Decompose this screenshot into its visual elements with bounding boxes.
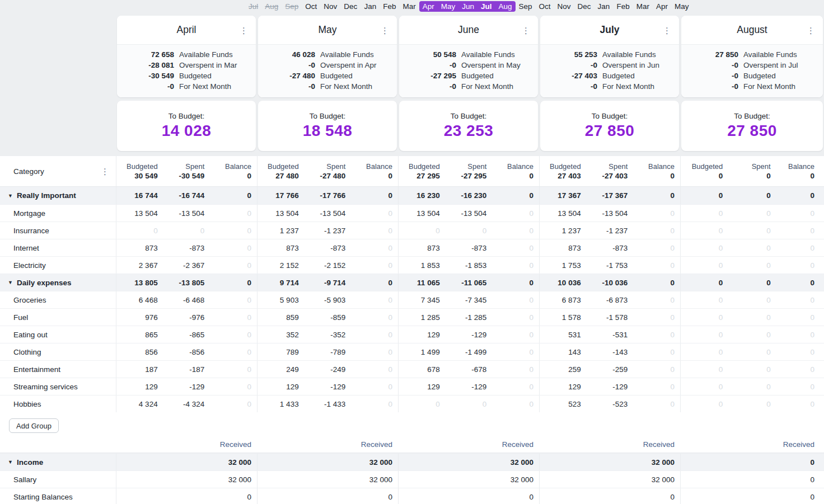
budgeted-cell[interactable]: 0 — [681, 209, 728, 218]
budgeted-cell[interactable]: 531 — [540, 331, 587, 339]
budgeted-cell[interactable]: 1 499 — [399, 348, 446, 356]
budgeted-cell[interactable]: 0 — [681, 227, 728, 235]
budgeted-cell[interactable]: 13 504 — [399, 209, 446, 218]
category-row-streaming-services[interactable]: Streaming services129-1290129-1290129-12… — [0, 378, 824, 395]
budgeted-cell[interactable]: 873 — [399, 244, 446, 252]
budgeted-cell[interactable]: 0 — [681, 383, 728, 391]
collapse-icon[interactable]: ▼ — [8, 459, 13, 465]
strip-month-may-22[interactable]: May — [671, 1, 692, 12]
category-row-eating-out[interactable]: Eating out865-8650352-3520129-1290531-53… — [0, 326, 824, 343]
kebab-menu-icon[interactable]: ⋮ — [522, 26, 530, 34]
budgeted-cell[interactable]: 2 367 — [116, 261, 163, 270]
add-group-button[interactable]: Add Group — [9, 418, 59, 433]
strip-month-dec-17[interactable]: Dec — [574, 1, 594, 12]
budgeted-cell[interactable]: 0 — [681, 296, 728, 304]
strip-month-apr-21[interactable]: Apr — [653, 1, 671, 12]
budgeted-cell[interactable]: 129 — [399, 331, 446, 339]
strip-month-jan-6[interactable]: Jan — [360, 1, 380, 12]
strip-month-jul-12[interactable]: Jul — [477, 1, 495, 12]
group-row-income[interactable]: ▼Income32 00032 00032 00032 0000 — [0, 453, 824, 470]
budgeted-cell[interactable]: 5 903 — [258, 296, 305, 304]
strip-month-jan-18[interactable]: Jan — [594, 1, 614, 12]
category-row-mortgage[interactable]: Mortgage13 504-13 504013 504-13 504013 5… — [0, 204, 824, 222]
budgeted-cell[interactable]: 859 — [258, 313, 305, 322]
group-row-really-important[interactable]: ▼Really Important16 744-16 744017 766-17… — [0, 187, 824, 204]
strip-month-jun-11[interactable]: Jun — [458, 1, 477, 12]
budgeted-cell[interactable]: 129 — [258, 383, 305, 391]
strip-month-feb-7[interactable]: Feb — [380, 1, 399, 12]
budgeted-cell[interactable]: 13 504 — [540, 209, 587, 218]
strip-month-nov-16[interactable]: Nov — [554, 1, 574, 12]
strip-month-apr-9[interactable]: Apr — [419, 1, 438, 12]
budgeted-cell[interactable]: 129 — [399, 383, 446, 391]
budgeted-cell[interactable]: 0 — [681, 244, 728, 252]
budgeted-cell[interactable]: 0 — [681, 348, 728, 356]
strip-month-mar-8[interactable]: Mar — [399, 1, 419, 12]
budgeted-cell[interactable]: 0 — [681, 400, 728, 408]
budgeted-cell[interactable]: 1 753 — [540, 261, 587, 270]
budgeted-cell[interactable]: 1 237 — [258, 227, 305, 235]
strip-month-nov-4[interactable]: Nov — [320, 1, 340, 12]
budgeted-cell[interactable]: 13 504 — [116, 209, 163, 218]
budgeted-cell[interactable]: 0 — [681, 331, 728, 339]
budgeted-cell[interactable]: 0 — [681, 191, 728, 200]
budgeted-cell[interactable]: 6 468 — [116, 296, 163, 304]
budgeted-cell[interactable]: 11 065 — [399, 279, 446, 287]
budgeted-cell[interactable]: 976 — [116, 313, 163, 322]
strip-month-sep-14[interactable]: Sep — [516, 1, 536, 12]
kebab-menu-icon[interactable]: ⋮ — [240, 26, 248, 34]
category-row-entertainment[interactable]: Entertainment187-1870249-2490678-6780259… — [0, 360, 824, 378]
strip-month-dec-5[interactable]: Dec — [340, 1, 360, 12]
budgeted-cell[interactable]: 523 — [540, 400, 587, 408]
budgeted-cell[interactable]: 0 — [116, 227, 163, 235]
category-row-fuel[interactable]: Fuel976-9760859-85901 285-1 28501 578-1 … — [0, 308, 824, 326]
budgeted-cell[interactable]: 0 — [681, 365, 728, 374]
strip-month-oct-15[interactable]: Oct — [536, 1, 554, 12]
kebab-menu-icon[interactable]: ⋮ — [663, 26, 671, 34]
collapse-icon[interactable]: ▼ — [8, 280, 13, 285]
budgeted-cell[interactable]: 9 714 — [258, 279, 305, 287]
budgeted-cell[interactable]: 873 — [540, 244, 587, 252]
budgeted-cell[interactable]: 1 285 — [399, 313, 446, 322]
budgeted-cell[interactable]: 0 — [399, 227, 446, 235]
budgeted-cell[interactable]: 259 — [540, 365, 587, 374]
category-row-electricity[interactable]: Electricity2 367-2 36702 152-2 15201 853… — [0, 256, 824, 274]
budgeted-cell[interactable]: 129 — [540, 383, 587, 391]
budgeted-cell[interactable]: 13 504 — [258, 209, 305, 218]
budgeted-cell[interactable]: 187 — [116, 365, 163, 374]
budgeted-cell[interactable]: 865 — [116, 331, 163, 339]
collapse-icon[interactable]: ▼ — [8, 193, 13, 199]
budgeted-cell[interactable]: 352 — [258, 331, 305, 339]
strip-month-sep-2[interactable]: Sep — [282, 1, 302, 12]
budgeted-cell[interactable]: 7 345 — [399, 296, 446, 304]
budgeted-cell[interactable]: 249 — [258, 365, 305, 374]
kebab-menu-icon[interactable]: ⋮ — [101, 167, 109, 176]
kebab-menu-icon[interactable]: ⋮ — [807, 26, 815, 34]
budgeted-cell[interactable]: 6 873 — [540, 296, 587, 304]
budgeted-cell[interactable]: 0 — [681, 279, 728, 287]
group-row-daily-expenses[interactable]: ▼Daily expenses13 805-13 80509 714-9 714… — [0, 274, 824, 291]
budgeted-cell[interactable]: 17 367 — [540, 191, 587, 200]
strip-month-mar-20[interactable]: Mar — [633, 1, 653, 12]
budgeted-cell[interactable]: 13 805 — [116, 279, 163, 287]
strip-month-aug-1[interactable]: Aug — [261, 1, 282, 12]
budgeted-cell[interactable]: 873 — [116, 244, 163, 252]
budgeted-cell[interactable]: 1 853 — [399, 261, 446, 270]
budgeted-cell[interactable]: 678 — [399, 365, 446, 374]
strip-month-feb-19[interactable]: Feb — [613, 1, 633, 12]
budgeted-cell[interactable]: 129 — [116, 383, 163, 391]
category-row-internet[interactable]: Internet873-8730873-8730873-8730873-8730… — [0, 239, 824, 256]
strip-month-may-10[interactable]: May — [438, 1, 459, 12]
budgeted-cell[interactable]: 0 — [681, 313, 728, 322]
category-row-starting-balances[interactable]: Starting Balances00000 — [0, 488, 824, 504]
category-row-hobbies[interactable]: Hobbies4 324-4 32401 433-1 4330000523-52… — [0, 395, 824, 412]
budgeted-cell[interactable]: 16 744 — [116, 191, 163, 200]
strip-month-oct-3[interactable]: Oct — [302, 1, 320, 12]
budgeted-cell[interactable]: 0 — [681, 261, 728, 270]
budgeted-cell[interactable]: 856 — [116, 348, 163, 356]
category-row-insurrance[interactable]: Insurrance0001 237-1 23700001 237-1 2370… — [0, 222, 824, 239]
kebab-menu-icon[interactable]: ⋮ — [381, 26, 389, 34]
budgeted-cell[interactable]: 1 433 — [258, 400, 305, 408]
category-row-groceries[interactable]: Groceries6 468-6 46805 903-5 90307 345-7… — [0, 291, 824, 308]
budgeted-cell[interactable]: 4 324 — [116, 400, 163, 408]
